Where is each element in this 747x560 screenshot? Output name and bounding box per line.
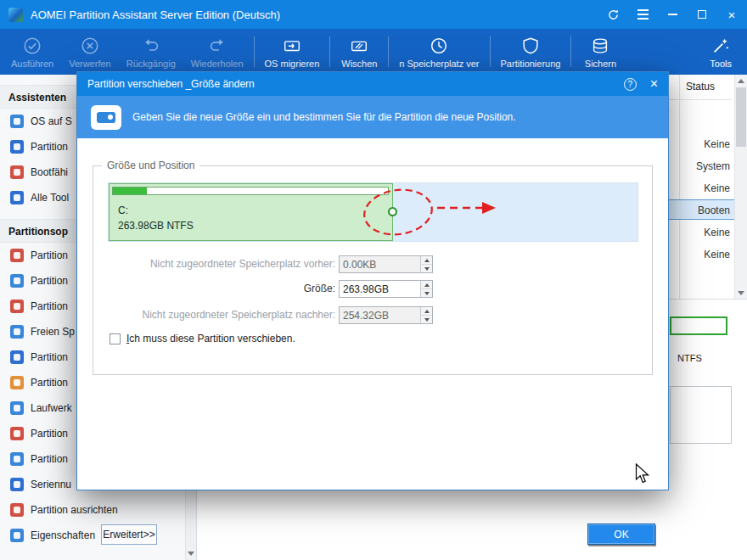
spinner [420, 256, 432, 272]
app-window: AOMEI Partition Assistant Server Edition… [0, 0, 747, 560]
status-cell[interactable]: Booten [669, 199, 744, 221]
close-icon[interactable]: × [650, 77, 658, 91]
spinner[interactable] [420, 281, 432, 297]
sidebar-item-label: Bootfähi [31, 166, 68, 178]
partition-block[interactable] [670, 386, 732, 444]
maximize-button[interactable] [695, 8, 709, 21]
list-scrollbar[interactable] [734, 75, 747, 299]
size-input[interactable] [340, 281, 420, 297]
undo-icon [141, 36, 161, 58]
size-field[interactable] [339, 280, 433, 298]
checkbox-label: Ich muss diese Partition verschieben. [126, 333, 295, 344]
toolbar-label: Partitionierung [501, 59, 561, 69]
label-icon [10, 452, 24, 466]
menu-icon[interactable] [636, 8, 649, 21]
cd-icon [10, 165, 24, 179]
dialog-banner: Geben Sie die neue Größe ein und bestimm… [77, 96, 668, 138]
resize-handle[interactable] [388, 207, 397, 216]
scroll-down-icon[interactable] [735, 287, 747, 299]
banner-text: Geben Sie die neue Größe ein und bestimm… [132, 111, 516, 123]
sidebar-item-label: Seriennu [31, 479, 71, 490]
sidebar-item-label: Freien Sp [31, 326, 75, 338]
ok-button[interactable]: OK [587, 524, 655, 545]
scrollbar-thumb[interactable] [736, 87, 746, 147]
status-cell[interactable]: Keine [669, 133, 744, 155]
toolbar-separator [388, 36, 389, 67]
field-label-before: Nicht zugeordneter Speicherplatz vorher: [106, 255, 335, 273]
minimize-button[interactable] [666, 8, 679, 21]
refresh-icon[interactable] [606, 8, 620, 21]
redo-button[interactable]: Wiederholen [183, 29, 251, 75]
sidebar-item-label: Partition [31, 300, 68, 312]
sidebar-item-label: Alle Tool [31, 192, 69, 204]
partition-c-block[interactable]: C: 263.98GB NTFS [109, 183, 393, 241]
close-button[interactable]: × [725, 8, 739, 21]
app-logo-icon [8, 8, 23, 22]
move-resize-dialog: Partition verschieben _Größe ändern ? × … [76, 71, 669, 490]
dialog-title: Partition verschieben _Größe ändern [87, 78, 255, 90]
status-cell[interactable]: Keine [669, 221, 744, 244]
sidebar-item-properties[interactable]: Eigenschaften [0, 523, 196, 548]
sidebar-item-label: Laufwerk [31, 402, 72, 414]
toolbar-label: Verwerfen [69, 59, 111, 69]
toolbar-label: OS migrieren [265, 59, 320, 69]
advanced-button[interactable]: Erweitert>> [101, 524, 157, 545]
toolbar-label: Wischen [341, 59, 377, 69]
magic-wand-icon [710, 36, 731, 58]
unallocated-before-field [339, 255, 433, 273]
status-cell[interactable]: System [669, 155, 744, 177]
unallocated-after-input [340, 307, 420, 323]
allocate-free-space-button[interactable]: n Speicherplatz ver [391, 29, 486, 75]
disk-wipe-icon [349, 36, 369, 58]
group-legend: Größe und Position [102, 160, 199, 171]
sidebar-item-label: Eigenschaften [31, 529, 95, 541]
scroll-up-icon[interactable] [735, 75, 747, 87]
sidebar-item-label: Partition [31, 351, 68, 363]
size-position-group: Größe und Position C: 263.98GB NTFS [93, 165, 653, 375]
toolbar-label: Ausführen [11, 59, 53, 69]
toolbar: Ausführen Verwerfen Rückgängig Wiederhol… [0, 29, 747, 75]
spinner [420, 307, 432, 323]
sidebar-item-label: Partition [31, 453, 68, 465]
migrate-os-button[interactable]: OS migrieren [257, 29, 328, 75]
drive-letter-icon [10, 401, 24, 415]
wizard-icon [10, 140, 24, 154]
partition-details: 263.98GB NTFS [118, 220, 194, 232]
recover-icon [10, 376, 24, 389]
help-icon[interactable]: ? [624, 78, 637, 91]
sidebar-item-label: OS auf S [31, 115, 72, 127]
dialog-body: Größe und Position C: 263.98GB NTFS [77, 138, 668, 490]
status-cell[interactable]: Keine [669, 177, 744, 199]
undo-button[interactable]: Rückgängig [119, 29, 183, 75]
database-icon [590, 36, 610, 58]
info-icon [10, 529, 24, 542]
checkbox[interactable] [110, 333, 121, 344]
toolbar-label: Wiederholen [191, 59, 244, 69]
unallocated-before-input [340, 256, 420, 272]
app-title: AOMEI Partition Assistant Server Edition… [31, 8, 280, 21]
scroll-down-icon[interactable] [186, 547, 196, 560]
sidebar-item-label: Partition ausrichten [31, 504, 118, 516]
toolbar-separator [329, 36, 330, 67]
wipe-button[interactable]: Wischen [333, 29, 385, 75]
field-label-after: Nicht zugeordneter Speicherplatz nachher… [106, 306, 335, 324]
checkmark-circle-icon [22, 36, 42, 58]
cross-circle-icon [80, 36, 100, 58]
toolbar-separator [490, 36, 491, 67]
sidebar-item-label: Partition [31, 275, 68, 287]
partition-strip: C: 263.98GB NTFS [108, 182, 638, 242]
clock-icon [429, 36, 449, 58]
apply-button[interactable]: Ausführen [3, 29, 61, 75]
copy-icon [10, 350, 24, 364]
backup-button[interactable]: Sichern [574, 29, 626, 75]
field-label-size: Größe: [106, 280, 335, 298]
partition-block-selected[interactable] [670, 316, 727, 335]
discard-button[interactable]: Verwerfen [61, 29, 119, 75]
tools-button[interactable]: Tools [698, 29, 744, 75]
quick-partition-button[interactable]: Partitionierung [493, 29, 569, 75]
status-cell[interactable]: Keine [669, 244, 744, 266]
filesystem-label: NTFS [677, 353, 702, 363]
dialog-titlebar: Partition verschieben _Größe ändern ? × [77, 72, 668, 96]
sidebar-item-partition-align[interactable]: Partition ausrichten [0, 497, 196, 523]
move-partition-checkbox-row[interactable]: Ich muss diese Partition verschieben. [110, 333, 295, 344]
